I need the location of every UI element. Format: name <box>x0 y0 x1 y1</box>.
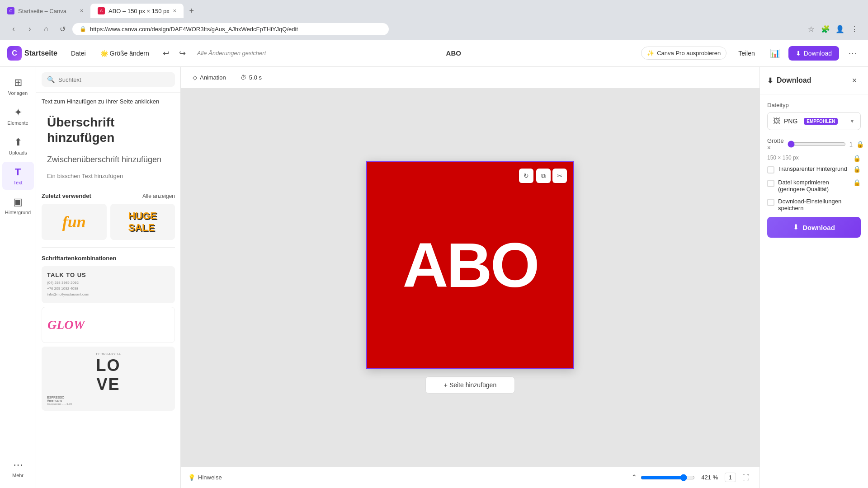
animation-label: Animation <box>200 74 226 81</box>
pro-button[interactable]: ✨ Canva Pro ausprobieren <box>641 47 726 60</box>
sidebar-text-label: Text <box>13 180 22 185</box>
share-button[interactable]: Teilen <box>732 47 761 60</box>
font-combo-love[interactable]: FEBRUARY 14 LOVE ESPRESSO Americano Capp… <box>42 347 175 411</box>
phone-2: +76 209 1092 4098 <box>47 286 78 291</box>
file-menu-button[interactable]: Datei <box>66 47 90 60</box>
recently-used-grid: fun HUGESALE <box>42 204 175 240</box>
stats-icon[interactable]: 📊 <box>767 45 783 61</box>
add-body-text-button[interactable]: Ein bisschen Text hinzufügen <box>42 169 175 183</box>
browser-menu-icon[interactable]: ⋮ <box>848 23 861 35</box>
download-label: Download <box>804 50 832 57</box>
download-panel-header: ⬇ Download × <box>760 67 868 94</box>
transparent-bg-checkbox[interactable] <box>767 166 774 174</box>
canva-logo-icon: C <box>7 46 22 61</box>
new-tab-button[interactable]: + <box>185 5 198 17</box>
duration-label: 5.0 s <box>249 74 262 81</box>
sidebar-elemente-label: Elemente <box>7 120 28 126</box>
font-combos-title: Schriftartenkombinationen <box>42 255 175 262</box>
download-panel-icon: ⬇ <box>767 76 773 85</box>
search-input[interactable] <box>58 76 170 83</box>
undo-button[interactable]: ↩ <box>159 46 174 61</box>
font-combo-talk[interactable]: TALK TO US (04) 298 3985 2092 +76 209 10… <box>42 266 175 303</box>
sidebar-uploads-label: Uploads <box>9 150 27 155</box>
back-button[interactable]: ‹ <box>7 23 20 35</box>
font-preview-fun[interactable]: fun <box>42 204 107 240</box>
font-combo-glow[interactable]: GLOW <box>42 307 175 343</box>
sidebar-mehr-label: Mehr <box>12 473 24 478</box>
huge-sale-font-display: HUGESALE <box>128 210 157 234</box>
home-button[interactable]: C Startseite <box>7 46 57 61</box>
search-box[interactable]: 🔍 <box>42 72 175 87</box>
browser-tab-2[interactable]: A ABO – 150 px × 150 px × <box>90 4 184 18</box>
redo-button[interactable]: ↪ <box>175 46 190 61</box>
zoom-controls: ⌃ 421 % 1 ⛶ <box>631 471 752 484</box>
download-execute-button[interactable]: ⬇ Download <box>767 217 861 238</box>
text-panel: 🔍 Text zum Hinzufügen zu Ihrer Seite ank… <box>36 67 181 488</box>
size-lock-icon: 🔒 <box>856 141 864 148</box>
profile-icon[interactable]: 👤 <box>834 23 846 35</box>
add-page-button[interactable]: + Seite hinzufügen <box>425 376 515 394</box>
sidebar-item-uploads[interactable]: ⬆ Uploads <box>2 132 34 160</box>
close-tab-1[interactable]: × <box>80 8 83 14</box>
forward-button[interactable]: › <box>24 23 36 35</box>
canvas-content[interactable]: ABO ⧉ ✂ ↻ + Seite hinzufügen <box>181 89 760 466</box>
compress-checkbox[interactable] <box>767 180 774 187</box>
search-area: 🔍 <box>36 67 180 93</box>
canva-favicon-2: A <box>98 7 105 14</box>
lock-icon: 🔒 <box>80 26 86 32</box>
bookmarks-icon[interactable]: ☆ <box>805 23 817 35</box>
clock-icon: ⏱ <box>241 74 246 81</box>
compress-option: Datei komprimieren (geringere Qualität) … <box>767 179 861 192</box>
background-icon: ▣ <box>13 196 23 208</box>
show-all-link[interactable]: Alle anzeigen <box>142 193 175 199</box>
design-canvas[interactable]: ABO <box>366 161 574 369</box>
refresh-canvas-button[interactable]: ↻ <box>519 169 533 183</box>
text-icon: T <box>15 166 21 178</box>
save-settings-checkbox[interactable] <box>767 199 774 206</box>
filetype-label: Dateityp <box>767 102 861 108</box>
png-icon: 🖼 <box>773 117 780 125</box>
canvas-area: ◇ Animation ⏱ 5.0 s ABO ⧉ ✂ <box>181 67 760 488</box>
recommended-badge: EMPFOHLEN <box>804 118 838 125</box>
transparent-lock-icon: 🔒 <box>853 165 861 173</box>
chevron-up-icon[interactable]: ⌃ <box>631 473 637 482</box>
extensions-icon[interactable]: 🧩 <box>819 23 832 35</box>
animation-button[interactable]: ◇ Animation <box>188 71 231 84</box>
browser-tab-1[interactable]: C Startseite – Canva × <box>0 4 90 18</box>
size-row: Größe × 1 🔒 <box>767 137 861 151</box>
close-download-panel-button[interactable]: × <box>848 74 861 87</box>
add-text-prompt: Text zum Hinzufügen zu Ihrer Seite ankli… <box>42 98 175 105</box>
add-heading-button[interactable]: Überschrifthinzufügen <box>42 109 175 150</box>
sidebar-item-text[interactable]: T Text <box>2 162 34 190</box>
zoom-slider[interactable] <box>641 474 695 481</box>
filetype-select-left: 🖼 PNG EMPFOHLEN <box>773 117 838 125</box>
size-slider[interactable] <box>788 141 846 148</box>
sidebar-item-elemente[interactable]: ✦ Elemente <box>2 102 34 130</box>
hints-label: Hinweise <box>198 474 222 481</box>
duration-button[interactable]: ⏱ 5.0 s <box>236 71 266 84</box>
animation-icon: ◇ <box>193 74 197 81</box>
sidebar-item-vorlagen[interactable]: ⊞ Vorlagen <box>2 72 34 100</box>
canvas-bottom-bar: 💡 Hinweise ⌃ 421 % 1 ⛶ <box>181 466 760 488</box>
home-button[interactable]: ⌂ <box>40 23 52 35</box>
design-title: ABO <box>446 49 461 57</box>
download-button[interactable]: ⬇ Download <box>788 46 839 61</box>
resize-button[interactable]: 🌟 Größe ändern <box>96 47 154 60</box>
canvas-wrapper: ABO ⧉ ✂ ↻ + Seite hinzufügen <box>366 161 574 394</box>
transparent-bg-option: Transparenter Hintergrund 🔒 <box>767 165 861 174</box>
hints-section[interactable]: 💡 Hinweise <box>188 474 222 481</box>
font-preview-huge-sale[interactable]: HUGESALE <box>110 204 175 240</box>
filetype-select[interactable]: 🖼 PNG EMPFOHLEN ▼ <box>767 112 861 130</box>
more-options-button[interactable]: ⋯ <box>844 45 861 61</box>
copy-page-icon[interactable]: ⧉ <box>536 169 551 183</box>
scissor-icon[interactable]: ✂ <box>552 169 567 183</box>
refresh-button[interactable]: ↺ <box>56 23 69 35</box>
url-bar[interactable]: 🔒 https://www.canva.com/design/DAE4WOR3I… <box>72 23 389 35</box>
sidebar-item-hintergrund[interactable]: ▣ Hintergrund <box>2 192 34 220</box>
fullscreen-icon[interactable]: ⛶ <box>740 471 752 484</box>
close-tab-2[interactable]: × <box>173 8 176 14</box>
sidebar-item-mehr[interactable]: ⋯ Mehr <box>2 455 34 483</box>
recently-used-title: Zuletzt verwendet <box>42 192 91 199</box>
add-subheading-button[interactable]: Zwischenüberschrift hinzufügen <box>42 150 175 169</box>
email: info@mollyrestaurant.com <box>47 292 89 296</box>
